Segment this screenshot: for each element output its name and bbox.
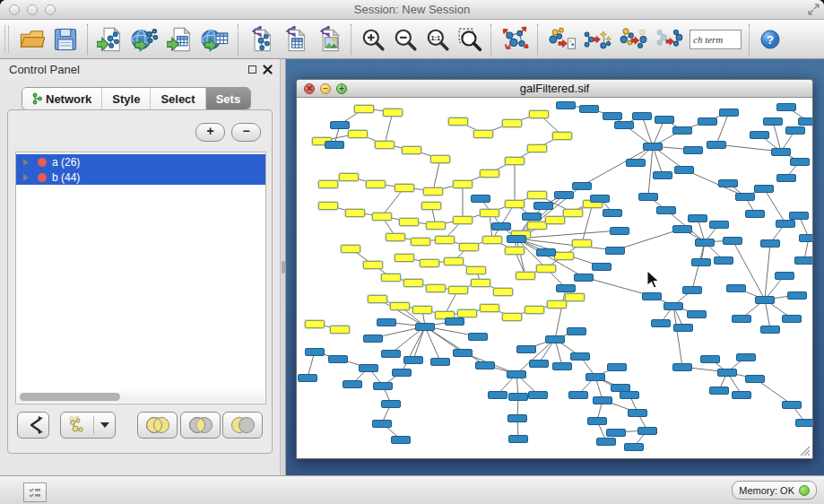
- network-node[interactable]: [638, 427, 657, 435]
- network-node[interactable]: [482, 236, 502, 244]
- network-node[interactable]: [568, 391, 588, 399]
- network-node[interactable]: [776, 174, 796, 182]
- open-session-button[interactable]: [14, 22, 48, 57]
- network-node[interactable]: [698, 117, 717, 126]
- tab-style[interactable]: Style: [102, 88, 151, 109]
- network-node[interactable]: [502, 119, 522, 127]
- network-node[interactable]: [570, 352, 590, 361]
- network-node[interactable]: [572, 239, 592, 248]
- network-node[interactable]: [383, 109, 403, 117]
- network-node[interactable]: [399, 218, 419, 226]
- network-node[interactable]: [593, 396, 612, 404]
- network-node[interactable]: [412, 306, 432, 314]
- network-node[interactable]: [444, 257, 464, 265]
- network-node[interactable]: [695, 239, 715, 247]
- title-bar[interactable]: Session: New Session: [0, 0, 824, 20]
- network-node[interactable]: [545, 335, 565, 343]
- splitter-handle[interactable]: [282, 261, 285, 274]
- network-node[interactable]: [642, 292, 662, 300]
- network-node[interactable]: [508, 393, 528, 401]
- network-canvas[interactable]: [297, 98, 812, 458]
- network-node[interactable]: [717, 369, 737, 377]
- network-node[interactable]: [480, 209, 499, 217]
- network-node[interactable]: [392, 369, 412, 377]
- network-node[interactable]: [719, 109, 739, 117]
- network-node[interactable]: [771, 148, 791, 156]
- network-node[interactable]: [563, 209, 583, 217]
- network-node[interactable]: [554, 252, 574, 260]
- union-sets-button[interactable]: [137, 412, 178, 439]
- network-node[interactable]: [473, 130, 493, 138]
- network-node[interactable]: [505, 200, 525, 208]
- select-first-neighbors-button[interactable]: [579, 22, 615, 57]
- network-node[interactable]: [672, 225, 692, 233]
- network-node[interactable]: [545, 216, 565, 224]
- network-node[interactable]: [798, 117, 812, 126]
- network-node[interactable]: [607, 363, 627, 371]
- network-node[interactable]: [775, 272, 794, 280]
- network-node[interactable]: [363, 261, 383, 269]
- network-node[interactable]: [610, 227, 629, 235]
- help-button[interactable]: ?: [755, 22, 785, 57]
- network-node[interactable]: [552, 362, 572, 370]
- network-node[interactable]: [420, 259, 439, 267]
- network-node[interactable]: [372, 420, 392, 428]
- network-node[interactable]: [528, 391, 548, 399]
- network-node[interactable]: [592, 263, 611, 271]
- network-frame[interactable]: ✕ − + galFiltered.sif: [296, 79, 813, 459]
- network-node[interactable]: [525, 306, 544, 314]
- network-node[interactable]: [471, 195, 490, 203]
- network-node[interactable]: [445, 317, 464, 326]
- network-node[interactable]: [554, 191, 574, 199]
- network-node[interactable]: [536, 248, 556, 256]
- network-node[interactable]: [760, 239, 780, 248]
- network-node[interactable]: [614, 121, 634, 129]
- network-node[interactable]: [345, 209, 365, 217]
- network-node[interactable]: [799, 234, 812, 242]
- network-node[interactable]: [785, 126, 805, 135]
- network-node[interactable]: [682, 286, 702, 294]
- expander-icon[interactable]: [23, 174, 29, 181]
- network-node[interactable]: [533, 202, 553, 210]
- network-node[interactable]: [305, 320, 325, 328]
- network-node[interactable]: [638, 193, 658, 201]
- network-node[interactable]: [516, 345, 536, 353]
- network-node[interactable]: [402, 146, 421, 154]
- network-node[interactable]: [750, 131, 769, 139]
- network-node[interactable]: [651, 319, 671, 327]
- export-table-button[interactable]: [278, 22, 312, 57]
- network-node[interactable]: [488, 391, 507, 399]
- network-node[interactable]: [516, 272, 535, 280]
- network-node[interactable]: [732, 391, 751, 399]
- network-node[interactable]: [430, 358, 450, 366]
- network-node[interactable]: [643, 143, 663, 151]
- network-node[interactable]: [421, 202, 441, 210]
- network-node[interactable]: [760, 326, 780, 334]
- network-node[interactable]: [325, 141, 344, 149]
- toolbar-grip[interactable]: [4, 25, 9, 54]
- network-node[interactable]: [368, 295, 387, 303]
- network-node[interactable]: [318, 202, 338, 210]
- network-node[interactable]: [491, 222, 511, 230]
- network-node[interactable]: [430, 155, 450, 163]
- scrollbar-thumb[interactable]: [20, 393, 120, 401]
- network-node[interactable]: [714, 256, 733, 265]
- network-node[interactable]: [626, 159, 646, 167]
- split-set-button[interactable]: [17, 412, 49, 439]
- network-node[interactable]: [386, 233, 405, 241]
- network-node[interactable]: [529, 110, 549, 118]
- network-node[interactable]: [620, 391, 639, 399]
- network-node[interactable]: [556, 101, 576, 109]
- network-node[interactable]: [328, 355, 348, 363]
- network-node[interactable]: [453, 349, 473, 357]
- network-node[interactable]: [505, 247, 525, 255]
- network-node[interactable]: [754, 185, 774, 193]
- network-node[interactable]: [628, 409, 647, 417]
- network-node[interactable]: [736, 353, 756, 361]
- close-panel-icon[interactable]: [263, 65, 273, 74]
- network-node[interactable]: [732, 315, 751, 323]
- network-node[interactable]: [574, 274, 594, 282]
- network-node[interactable]: [664, 302, 683, 310]
- import-network-file-button[interactable]: [93, 22, 127, 57]
- network-node[interactable]: [672, 363, 692, 371]
